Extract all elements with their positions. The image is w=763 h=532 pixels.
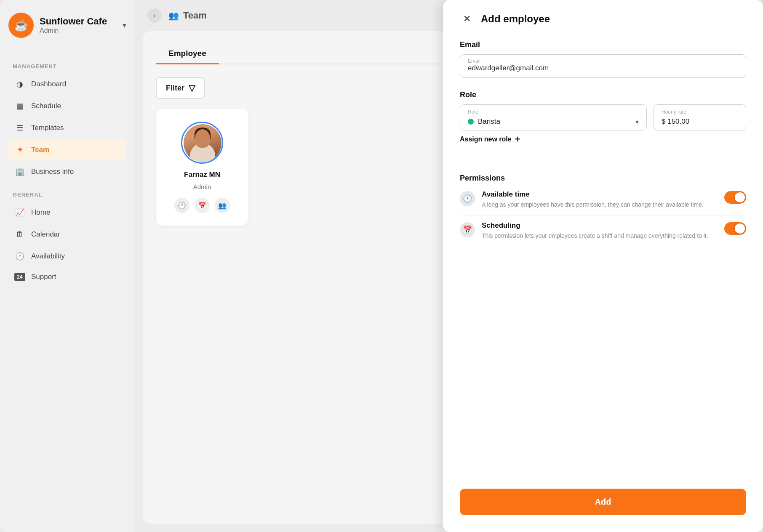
general-section-label: GENERAL [13,192,126,198]
support-icon: 24 [14,273,25,281]
email-input[interactable] [468,61,738,72]
tab-employee[interactable]: Employee [156,44,219,64]
logo-text: Sunflower Cafe Admin [40,16,117,35]
sidebar-label-team: Team [31,146,49,154]
scheduling-icon: 📅 [460,222,475,237]
page-title-area: 👥 Team [168,10,207,21]
calendar-icon: 🗓 [14,229,25,240]
hourly-rate-wrapper: Hourly rate $ 150.00 [654,104,746,130]
business-info-icon: 🏢 [14,166,25,177]
permissions-section: Permissions 🕐 Available time A long as y… [460,174,746,243]
templates-icon: ☰ [14,122,25,133]
avatar-ring [181,122,223,164]
page-title: Team [183,10,207,21]
management-section-label: MANAGEMENT [13,63,126,69]
filter-label: Filter [166,84,184,93]
hourly-float-label: Hourly rate [662,109,738,115]
sidebar-label-availability: Availability [31,252,65,261]
sidebar-item-home[interactable]: 📈 Home [8,202,126,223]
sidebar-label-schedule: Schedule [31,102,61,110]
sidebar-item-templates[interactable]: ☰ Templates [8,117,126,138]
sidebar-item-support[interactable]: 24 Support [8,268,126,286]
role-dot-indicator [468,119,474,125]
perm-divider [460,215,746,215]
scheduling-text: Scheduling This permission lets your emp… [482,221,718,240]
role-row: Role Barista ▾ Hourly rate $ 150.00 [460,104,746,130]
logo-chevron-icon: ▾ [123,21,126,30]
close-icon: ✕ [463,13,471,24]
sidebar: ☕ Sunflower Cafe Admin ▾ MANAGEMENT ◑ Da… [0,0,135,532]
close-panel-button[interactable]: ✕ [460,12,474,26]
filter-button[interactable]: Filter ▽ [156,77,205,99]
logo-icon: ☕ [8,13,34,38]
assign-role-label: Assign new role [460,136,512,143]
role-select-wrapper[interactable]: Role Barista ▾ [460,104,647,130]
available-time-text: Available time A long as your employees … [482,190,718,209]
main-area: ‹ 👥 Team Employee Filter ▽ [135,0,763,532]
logo-area[interactable]: ☕ Sunflower Cafe Admin ▾ [8,13,126,38]
available-time-toggle[interactable] [724,191,746,204]
role-section: Role Role Barista ▾ Hourly rate $ 150.00 [460,90,746,148]
assign-new-role-button[interactable]: Assign new role + [460,130,520,148]
add-employee-button[interactable]: Add [460,489,746,515]
employee-role: Admin [193,183,211,190]
availability-icon-btn[interactable]: 🕐 [174,198,189,213]
toggle-knob [735,192,745,202]
sidebar-label-home: Home [31,208,50,217]
available-time-icon: 🕐 [460,191,475,206]
permission-scheduling: 📅 Scheduling This permission lets your e… [460,219,746,243]
sidebar-item-business-info[interactable]: 🏢 Business info [8,161,126,182]
scheduling-title: Scheduling [482,221,718,230]
sidebar-item-schedule[interactable]: ▦ Schedule [8,96,126,117]
role-select-inner: Barista ▾ [468,117,639,126]
schedule-icon-btn[interactable]: 📅 [195,198,210,213]
available-time-title: Available time [482,190,718,199]
role-float-label: Role [468,109,639,115]
collapse-sidebar-button[interactable]: ‹ [147,8,162,23]
assign-plus-icon: + [515,134,520,145]
sidebar-item-team[interactable]: ✦ Team [8,139,126,160]
sidebar-label-business-info: Business info [31,168,74,176]
availability-icon: 🕐 [14,251,25,262]
schedule-icon: ▦ [14,101,25,112]
email-section: Email Email [460,40,746,78]
home-icon: 📈 [14,207,25,218]
available-time-desc: A long as your employees have this permi… [482,200,718,209]
sidebar-label-calendar: Calendar [31,230,60,239]
card-actions: 🕐 📅 👥 [174,198,230,213]
sidebar-item-dashboard[interactable]: ◑ Dashboard [8,74,126,95]
avatar [184,124,221,162]
team-icon-btn[interactable]: 👥 [215,198,230,213]
panel-body: Email Email Role Role Barista ▾ [443,36,763,532]
section-divider [443,161,763,161]
dashboard-icon: ◑ [14,79,25,90]
sidebar-item-calendar[interactable]: 🗓 Calendar [8,224,126,245]
email-section-title: Email [460,40,746,49]
team-icon: ✦ [14,144,25,155]
role-section-title: Role [460,90,746,99]
employee-card[interactable]: Farnaz MN Admin 🕐 📅 👥 [156,109,248,226]
team-page-icon: 👥 [168,11,179,21]
permission-available-time: 🕐 Available time A long as your employee… [460,188,746,212]
employee-name: Farnaz MN [184,170,220,179]
scheduling-desc: This permission lets your employees crea… [482,231,718,240]
sidebar-label-dashboard: Dashboard [31,80,66,88]
cafe-name: Sunflower Cafe [40,16,117,27]
panel-title: Add employee [481,13,550,25]
sidebar-label-templates: Templates [31,124,64,132]
panel-header: ✕ Add employee [443,0,763,36]
toggle-knob-2 [735,223,745,234]
chevron-down-icon: ▾ [635,118,639,126]
email-input-wrapper[interactable]: Email [460,54,746,78]
add-employee-panel: ✕ Add employee Email Email Role Role [443,0,763,532]
hourly-rate-value: $ 150.00 [662,117,689,125]
sidebar-label-support: Support [31,273,56,281]
role-value: Barista [478,117,635,126]
email-float-label: Email [468,58,480,64]
sidebar-item-availability[interactable]: 🕐 Availability [8,246,126,267]
filter-icon: ▽ [189,83,195,93]
permissions-title: Permissions [460,174,746,183]
scheduling-toggle[interactable] [724,222,746,235]
avatar-head [195,129,210,148]
cafe-role: Admin [40,27,117,35]
